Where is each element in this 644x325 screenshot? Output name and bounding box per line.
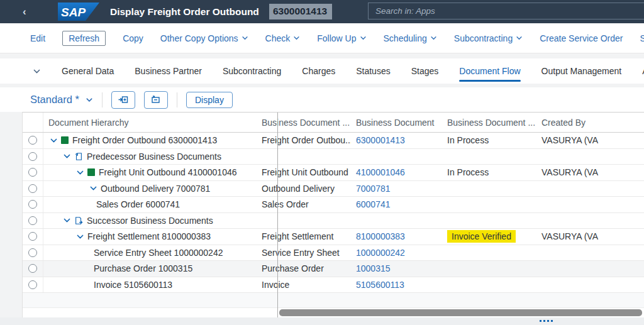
- row-radio[interactable]: [28, 152, 37, 161]
- menu-item-create-service-order[interactable]: Create Service Order: [540, 33, 623, 43]
- menu-item-refresh[interactable]: Refresh: [62, 31, 106, 46]
- table-row[interactable]: Freight Order Outbound 6300001413 Freigh…: [23, 133, 644, 149]
- chevron-down-icon: [293, 35, 300, 41]
- page-footer: [0, 317, 644, 325]
- hierarchy-label: Service Entry Sheet 1000000242: [94, 248, 223, 258]
- row-radio[interactable]: [28, 248, 37, 257]
- table-row[interactable]: Outbound Delivery 7000781 Outbound Deliv…: [23, 181, 644, 197]
- divider: [177, 92, 177, 107]
- select-all-header[interactable]: [23, 113, 43, 132]
- row-radio[interactable]: [28, 184, 37, 193]
- doc-number-link[interactable]: 7000781: [356, 184, 391, 194]
- chevron-down-icon: [86, 96, 93, 104]
- doc-status: In Process: [447, 135, 489, 145]
- chevron-down-icon: [360, 35, 367, 41]
- collapse-header-icon[interactable]: [33, 67, 41, 75]
- table-toolbar: Standard * Display: [0, 87, 644, 112]
- collapse-node-icon: [150, 94, 161, 105]
- column-header-created-by[interactable]: Created By: [536, 113, 644, 132]
- doc-number-link[interactable]: 4100001046: [356, 167, 405, 177]
- table-row[interactable]: Sales Order 6000741 Sales Order 6000741: [23, 197, 644, 213]
- tree-expand-icon[interactable]: [76, 233, 84, 241]
- doc-number-link[interactable]: 1000315: [356, 263, 391, 273]
- table-row[interactable]: Service Entry Sheet 1000000242 Service E…: [23, 245, 644, 262]
- tree-expand-icon[interactable]: [50, 136, 58, 145]
- section-tab-bar: General Data Business Partner Subcontrac…: [0, 58, 644, 84]
- divider: [102, 92, 103, 107]
- doc-type-cell: Purchase Order: [257, 261, 351, 277]
- row-radio[interactable]: [28, 200, 37, 209]
- table-row[interactable]: Purchase Order 1000315 Purchase Order 10…: [23, 261, 644, 277]
- predecessor-documents-icon: [74, 152, 83, 161]
- table-row[interactable]: Predecessor Business Documents: [23, 149, 644, 165]
- collapse-node-button[interactable]: [144, 91, 168, 109]
- freight-unit-status-icon: [87, 168, 95, 176]
- table-row[interactable]: Freight Settlement 8100000383 Freight Se…: [23, 229, 644, 245]
- hierarchy-label: Freight Settlement 8100000383: [87, 231, 211, 241]
- table-resize-grip-icon[interactable]: [540, 320, 553, 322]
- menu-item-edit[interactable]: Edit: [30, 33, 45, 43]
- menu-item-check[interactable]: Check: [265, 33, 301, 43]
- doc-number-link[interactable]: 5105600113: [356, 280, 404, 290]
- row-radio[interactable]: [28, 264, 37, 273]
- search-placeholder: Search in: Apps: [375, 6, 435, 16]
- menu-item-other-copy-options[interactable]: Other Copy Options: [160, 33, 248, 43]
- menu-item-schedule-truncated[interactable]: Sch: [640, 33, 644, 43]
- table-row[interactable]: Freight Unit Outbound 4100001046 Freight…: [23, 165, 644, 181]
- tab-subcontracting[interactable]: Subcontracting: [223, 58, 281, 84]
- doc-type-cell: Service Entry Sheet: [257, 245, 351, 261]
- table-row[interactable]: Invoice 5105600113 Invoice 5105600113: [23, 277, 644, 294]
- tab-statuses[interactable]: Statuses: [356, 58, 390, 84]
- display-button[interactable]: Display: [186, 92, 233, 108]
- scrollbar-thumb[interactable]: [279, 309, 642, 316]
- successor-documents-icon: [74, 216, 83, 225]
- column-header-business-document-status[interactable]: Business Document ...: [442, 113, 536, 132]
- hierarchy-label: Invoice 5105600113: [94, 280, 172, 290]
- shell-bar: ‹ SAP Display Freight Order Outbound 630…: [0, 0, 644, 23]
- row-radio[interactable]: [28, 168, 37, 177]
- doc-number-link[interactable]: 6300001413: [356, 135, 405, 145]
- table-row[interactable]: Successor Business Documents: [23, 213, 644, 229]
- menu-item-follow-up[interactable]: Follow Up: [317, 33, 366, 43]
- back-icon[interactable]: ‹: [23, 6, 26, 18]
- tree-expand-icon[interactable]: [63, 152, 71, 160]
- tab-business-partner[interactable]: Business Partner: [135, 58, 202, 84]
- expand-node-button[interactable]: [111, 91, 135, 109]
- view-selector[interactable]: Standard *: [30, 94, 93, 106]
- tree-expand-icon[interactable]: [89, 184, 97, 192]
- tab-general-data[interactable]: General Data: [62, 58, 114, 84]
- menu-item-copy[interactable]: Copy: [123, 33, 143, 43]
- table-header-row: Document Hierarchy Business Document ...…: [23, 113, 644, 133]
- column-header-business-document[interactable]: Business Document: [351, 113, 442, 132]
- column-header-business-document-type[interactable]: Business Document ...: [257, 113, 351, 132]
- doc-number-link[interactable]: 8100000383: [356, 231, 405, 241]
- doc-status: In Process: [447, 167, 489, 177]
- tab-stages[interactable]: Stages: [411, 58, 439, 84]
- doc-number-link[interactable]: 1000000242: [356, 248, 405, 258]
- doc-type-cell: Invoice: [257, 277, 351, 293]
- chevron-down-icon: [242, 35, 248, 41]
- tab-output-management[interactable]: Output Management: [541, 58, 622, 84]
- row-radio[interactable]: [28, 232, 37, 241]
- created-by-cell: VASURYA (VA: [536, 133, 644, 148]
- tab-document-flow[interactable]: Document Flow: [459, 58, 520, 84]
- doc-type-cell: Freight Settlement: [257, 229, 351, 245]
- tree-expand-icon[interactable]: [63, 216, 71, 224]
- horizontal-scrollbar[interactable]: [23, 308, 644, 318]
- object-id-selected-text: 6300001413: [269, 4, 332, 19]
- freight-order-status-icon: [61, 136, 69, 144]
- row-radio[interactable]: [28, 136, 37, 145]
- menu-item-subcontracting[interactable]: Subcontracting: [454, 33, 523, 43]
- column-divider[interactable]: [277, 113, 278, 317]
- tree-expand-icon[interactable]: [76, 168, 84, 177]
- search-input[interactable]: Search in: Apps: [368, 3, 644, 19]
- row-radio[interactable]: [28, 216, 37, 225]
- created-by-cell: VASURYA (VA: [536, 229, 644, 245]
- chevron-down-icon: [430, 35, 437, 41]
- row-radio[interactable]: [28, 280, 37, 289]
- menu-item-scheduling[interactable]: Scheduling: [384, 33, 437, 43]
- doc-number-link[interactable]: 6000741: [356, 199, 391, 209]
- column-header-document-hierarchy[interactable]: Document Hierarchy: [43, 113, 257, 132]
- tab-charges[interactable]: Charges: [302, 58, 335, 84]
- svg-text:SAP: SAP: [61, 6, 86, 19]
